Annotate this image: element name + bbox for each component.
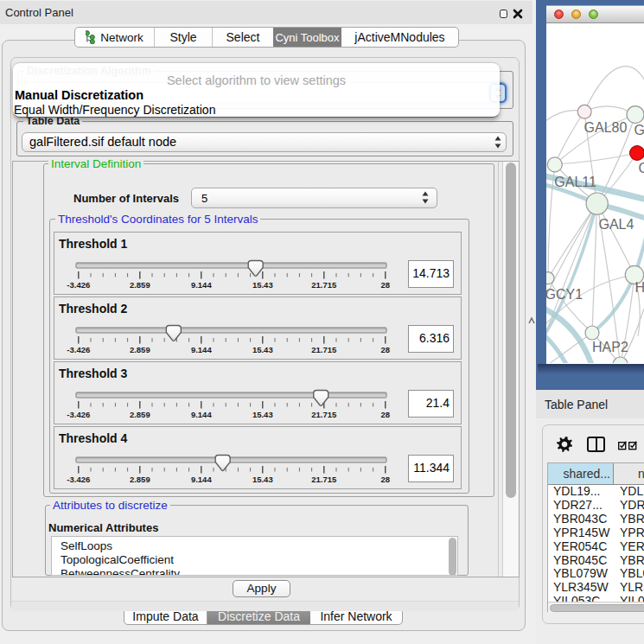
svg-text:GAL80: GAL80: [584, 120, 628, 135]
svg-text:-3.426: -3.426: [67, 410, 90, 419]
svg-text:CD: CD: [639, 161, 644, 175]
svg-text:GAL11: GAL11: [554, 175, 596, 189]
svg-text:15.43: 15.43: [252, 410, 273, 419]
svg-text:21.715: 21.715: [311, 475, 337, 484]
svg-text:GA: GA: [634, 123, 644, 137]
svg-text:GCY1: GCY1: [546, 287, 583, 302]
svg-text:-3.426: -3.426: [67, 280, 90, 290]
svg-text:9.144: 9.144: [191, 345, 212, 354]
svg-text:-3.426: -3.426: [67, 475, 90, 484]
svg-text:HAP2: HAP2: [592, 340, 628, 354]
svg-text:21.715: 21.715: [311, 345, 337, 354]
svg-text:21.715: 21.715: [311, 410, 337, 419]
svg-text:28: 28: [381, 475, 391, 484]
svg-text:2.859: 2.859: [130, 410, 150, 419]
svg-text:15.43: 15.43: [252, 280, 273, 290]
svg-text:15.43: 15.43: [252, 475, 273, 484]
svg-text:GAL4: GAL4: [599, 217, 634, 232]
svg-text:15.43: 15.43: [252, 345, 273, 354]
svg-text:2.859: 2.859: [130, 280, 150, 290]
svg-text:28: 28: [381, 345, 391, 354]
svg-text:28: 28: [381, 410, 391, 419]
svg-text:28: 28: [381, 280, 391, 290]
svg-text:2.859: 2.859: [130, 345, 150, 354]
svg-text:9.144: 9.144: [191, 475, 212, 484]
svg-text:21.715: 21.715: [311, 280, 337, 290]
svg-text:HIS4: HIS4: [635, 280, 644, 295]
svg-text:9.144: 9.144: [191, 280, 212, 290]
svg-text:-3.426: -3.426: [67, 345, 90, 354]
svg-text:2.859: 2.859: [130, 475, 150, 484]
svg-text:9.144: 9.144: [191, 410, 212, 419]
